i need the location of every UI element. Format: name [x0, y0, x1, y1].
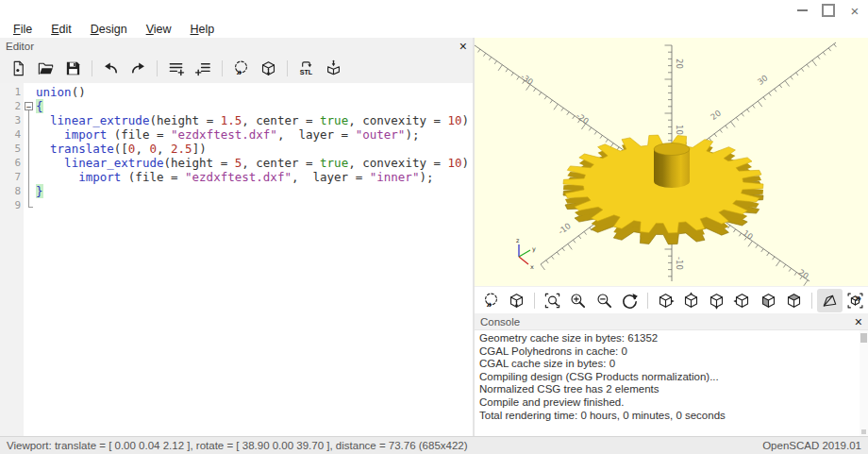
code-editor[interactable]: 1union()2−{3 linear_extrude(height = 1.5… — [0, 83, 473, 436]
undo-button[interactable] — [97, 57, 125, 80]
indent-button[interactable] — [190, 57, 217, 80]
console-scrollbar-thumb[interactable] — [860, 333, 867, 343]
view-top-icon — [682, 292, 700, 310]
toolbar-separator — [811, 293, 812, 309]
right-panel: -30-20-101020-101020302010-10zyx »» Cons… — [475, 38, 868, 436]
code-line-7: 7 import (file = "ezdxftest.dxf", layer … — [0, 170, 473, 184]
view-right-button[interactable] — [653, 289, 678, 312]
view-diagonal-icon — [821, 292, 839, 310]
console-scrollbar[interactable] — [860, 330, 868, 436]
code-line-8: 8} — [0, 184, 473, 198]
fold-collapse-icon[interactable]: − — [25, 102, 33, 110]
console-line: Total rendering time: 0 hours, 0 minutes… — [479, 410, 855, 423]
svg-text:y: y — [532, 245, 536, 253]
unindent-icon — [167, 59, 185, 77]
toolbar-separator — [157, 60, 158, 76]
export-stl-button[interactable]: STL — [292, 57, 320, 80]
zoom-out-button[interactable] — [592, 289, 617, 312]
code-text: linear_extrude(height = 1.5, center = tr… — [36, 113, 469, 127]
maximize-button[interactable] — [815, 1, 842, 20]
svg-text:»: » — [487, 298, 492, 309]
fold-margin — [24, 156, 36, 170]
zoom-all-icon — [543, 292, 561, 310]
zoom-all-button[interactable] — [540, 289, 565, 312]
console-output: Geometry cache size in bytes: 61352CGAL … — [475, 329, 868, 436]
preview-icon: » — [232, 59, 250, 77]
new-file-icon — [9, 59, 27, 77]
line-number: 6 — [0, 156, 24, 170]
open-button[interactable] — [32, 57, 59, 80]
view-bottom-button[interactable] — [704, 289, 729, 312]
line-number: 2 — [0, 99, 24, 113]
viewport-status-text: Viewport: translate = [ 0.00 0.04 2.12 ]… — [7, 440, 468, 451]
menu-item-help[interactable]: Help — [181, 22, 225, 38]
console-close-button[interactable]: × — [855, 315, 862, 328]
titlebar: × — [0, 0, 868, 21]
toolbar-separator — [92, 60, 92, 76]
statusbar: Viewport: translate = [ 0.00 0.04 2.12 ]… — [0, 436, 868, 454]
menu-item-file[interactable]: File — [4, 22, 42, 38]
view-front-button[interactable] — [755, 289, 780, 312]
unindent-button[interactable] — [162, 57, 190, 80]
view-back-icon — [785, 292, 803, 310]
zoom-in-icon — [569, 292, 587, 310]
viewport-canvas[interactable]: -30-20-101020-101020302010-10zyx — [475, 38, 868, 286]
undo-icon — [102, 59, 120, 77]
render-button[interactable] — [255, 57, 282, 80]
zoom-in-button[interactable] — [565, 289, 591, 312]
view-left-button[interactable] — [729, 289, 755, 312]
menu-item-edit[interactable]: Edit — [42, 22, 81, 38]
code-line-9: 9 — [0, 198, 473, 212]
minimize-button[interactable] — [789, 1, 815, 20]
view-left-icon — [733, 292, 751, 310]
redo-button[interactable] — [125, 57, 152, 80]
preview-button[interactable]: » — [227, 57, 255, 80]
send-to-printer-button[interactable] — [320, 57, 347, 80]
fold-margin[interactable]: − — [24, 99, 36, 113]
menu-item-view[interactable]: View — [137, 22, 181, 38]
maximize-icon — [822, 4, 835, 17]
3d-viewport[interactable]: -30-20-101020-101020302010-10zyx — [475, 38, 868, 286]
fold-margin — [24, 184, 36, 198]
view-front-icon — [760, 292, 777, 310]
view-top-button[interactable] — [678, 289, 704, 312]
svg-text:STL: STL — [300, 69, 313, 76]
close-button[interactable]: × — [842, 1, 868, 20]
openscad-window: × FileEditDesignViewHelp Editor × »STL 1… — [0, 0, 868, 454]
viewport-toolbar-overflow-button[interactable]: » — [855, 291, 861, 305]
menubar: FileEditDesignViewHelp — [0, 21, 868, 38]
line-number: 9 — [0, 198, 24, 212]
view-back-button[interactable] — [781, 289, 807, 312]
fold-margin — [24, 170, 36, 184]
view-diagonal-button[interactable] — [817, 289, 843, 312]
code-line-3: 3 linear_extrude(height = 1.5, center = … — [0, 113, 473, 127]
code-line-4: 4 import (file = "ezdxftest.dxf", layer … — [0, 127, 473, 142]
editor-title: Editor — [6, 41, 34, 52]
save-button[interactable] — [59, 57, 87, 80]
console-line: Compiling design (CSG Products normaliza… — [479, 371, 855, 384]
render-button[interactable] — [504, 289, 529, 312]
line-number: 7 — [0, 170, 24, 184]
line-number: 5 — [0, 142, 24, 156]
redo-icon — [129, 59, 147, 77]
svg-text:z: z — [516, 237, 520, 244]
new-file-button[interactable] — [5, 57, 32, 80]
code-line-5: 5 translate([0, 0, 2.5]) — [0, 142, 473, 156]
minimize-icon — [797, 9, 808, 11]
code-text: linear_extrude(height = 5, center = true… — [36, 156, 469, 170]
menu-item-design[interactable]: Design — [81, 22, 137, 38]
reset-view-button[interactable] — [617, 289, 643, 312]
editor-close-button[interactable]: × — [459, 40, 467, 53]
svg-text:x: x — [530, 263, 534, 271]
preview-icon: » — [482, 292, 500, 310]
code-text: } — [36, 184, 43, 198]
line-number: 8 — [0, 184, 24, 198]
code-text: translate([0, 0, 2.5]) — [36, 142, 207, 156]
close-icon: × — [851, 4, 860, 18]
send-to-printer-icon — [325, 59, 342, 77]
preview-button[interactable]: » — [478, 289, 504, 312]
code-line-2: 2−{ — [0, 99, 473, 113]
reset-view-icon — [621, 292, 639, 310]
console-line: Normalized CSG tree has 2 elements — [479, 383, 855, 396]
console-scrollbar-corner — [861, 429, 866, 434]
